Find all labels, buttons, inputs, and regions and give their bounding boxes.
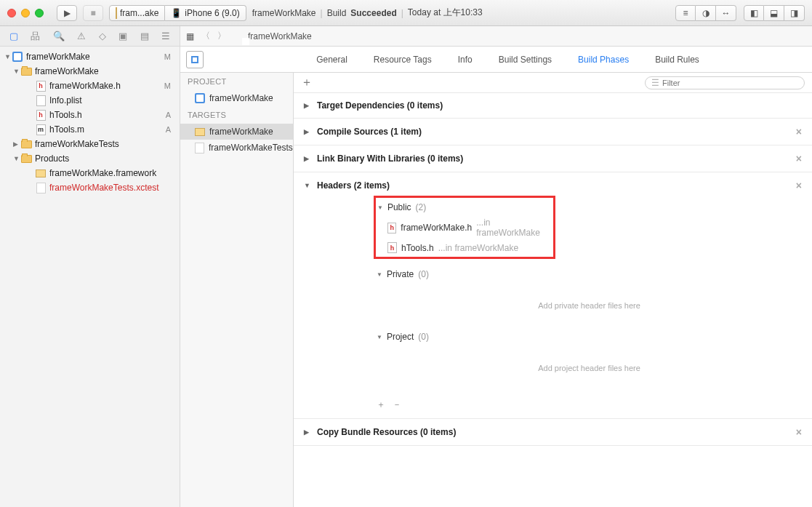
editor-area: ▦ 〈 〉 frameWorkMake General Resource Tag… [180,26,812,507]
tree-group[interactable]: ▼Products [0,151,180,166]
status-build-result: Succeeded [350,8,396,18]
test-navigator-icon[interactable]: ◇ [99,31,106,41]
private-drop-zone[interactable]: Add private header files here [377,282,802,329]
phase-headers: ▼Headers (2 items)× ▼Public(2) hframeWor… [294,172,812,419]
header-row[interactable]: hframeWorkMake.h...in frameWorkMake [377,215,552,240]
target-row[interactable]: frameWorkMakeTests [180,140,293,156]
editor-standard-button[interactable]: ≡ [675,5,696,21]
tree-file[interactable]: hframeWorkMake.hM [0,79,180,93]
tab-general[interactable]: General [316,55,347,65]
header-row[interactable]: hhTools.h...in frameWorkMake [377,240,552,255]
tab-build-phases[interactable]: Build Phases [578,55,629,65]
toggle-utilities-button[interactable]: ◨ [784,5,805,21]
toggle-debug-button[interactable]: ⬓ [764,5,784,21]
framework-icon [195,128,205,136]
phase-link-binary[interactable]: ▶Link Binary With Libraries (0 items)× [294,145,812,172]
tab-info[interactable]: Info [458,55,473,65]
tab-resource-tags[interactable]: Resource Tags [374,55,432,65]
filter-field[interactable]: ☰ [645,76,805,89]
phase-compile-sources[interactable]: ▶Compile Sources (1 item)× [294,119,812,145]
tab-build-rules[interactable]: Build Rules [655,55,699,65]
status-build-label: Build [327,8,347,18]
project-tree[interactable]: ▼frameWorkMakeM ▼frameWorkMake hframeWor… [0,47,180,507]
related-items-icon[interactable]: ▦ [186,31,194,41]
highlight-annotation: ▼Public(2) hframeWorkMake.h...in frameWo… [374,196,555,259]
project-tabs: General Resource Tags Info Build Setting… [204,55,812,65]
device-name: iPhone 6 (9.0) [185,8,239,18]
scheme-selector[interactable]: fram...ake 📱iPhone 6 (9.0) [109,5,246,21]
remove-phase-button[interactable]: × [796,153,802,164]
project-row[interactable]: frameWorkMake [180,90,293,106]
tree-file-missing[interactable]: frameWorkMakeTests.xctest [0,180,180,195]
run-button[interactable]: ▶ [57,5,77,21]
editor-assistant-button[interactable]: ◑ [696,5,716,21]
project-editor-header: General Resource Tags Info Build Setting… [180,47,812,73]
phase-target-dependencies[interactable]: ▶Target Dependencies (0 items) [294,93,812,119]
close-window-button[interactable] [7,9,16,17]
tree-project-root[interactable]: ▼frameWorkMakeM [0,49,180,64]
debug-navigator-icon[interactable]: ▣ [118,31,127,41]
filter-input[interactable] [662,79,798,87]
stop-button[interactable]: ■ [83,5,103,21]
jump-bar[interactable]: ▦ 〈 〉 frameWorkMake [180,26,812,47]
navigator-tabs[interactable]: ▢ 品 🔍 ⚠ ◇ ▣ ▤ ☰ [0,26,180,47]
project-icon [195,93,205,103]
headers-private-group[interactable]: ▼Private(0) [377,266,802,282]
back-button[interactable]: 〈 [201,30,210,42]
remove-header-button[interactable]: － [393,399,401,411]
symbol-navigator-icon[interactable]: 品 [31,30,40,43]
target-row[interactable]: frameWorkMake [180,124,293,140]
tree-file[interactable]: hhTools.hA [0,108,180,122]
headers-public-group[interactable]: ▼Public(2) [377,199,552,215]
project-drop-zone[interactable]: Add project header files here [377,345,802,391]
project-editor-split: PROJECT frameWorkMake TARGETS frameWorkM… [180,73,812,507]
project-navigator-icon[interactable]: ▢ [9,31,18,41]
minimize-window-button[interactable] [21,9,30,17]
report-navigator-icon[interactable]: ☰ [161,31,170,41]
status-time: Today at 上午10:33 [408,7,483,19]
activity-status: frameWorkMake| Build Succeeded| Today at… [252,7,483,19]
tree-group[interactable]: ▶frameWorkMakeTests [0,137,180,151]
find-navigator-icon[interactable]: 🔍 [53,31,65,41]
forward-button[interactable]: 〉 [217,30,226,42]
scheme-name: fram...ake [120,8,158,18]
remove-phase-button[interactable]: × [796,126,802,137]
phases-toolbar: ＋ ☰ [294,73,812,93]
filter-icon: ☰ [651,78,659,88]
navigator-panel: ▢ 品 🔍 ⚠ ◇ ▣ ▤ ☰ ▼frameWorkMakeM ▼frameWo… [0,26,180,507]
issue-navigator-icon[interactable]: ⚠ [77,31,86,41]
status-project: frameWorkMake [252,8,316,18]
titlebar: ▶ ■ fram...ake 📱iPhone 6 (9.0) frameWork… [0,0,812,26]
build-phases-editor: ＋ ☰ ▶Target Dependencies (0 items) ▶Comp… [294,73,812,507]
section-targets: TARGETS [180,106,293,124]
section-project: PROJECT [180,73,293,90]
tree-file[interactable]: frameWorkMake.framework [0,166,180,180]
tab-build-settings[interactable]: Build Settings [499,55,552,65]
header-file-icon: h [387,242,397,253]
breakpoint-navigator-icon[interactable]: ▤ [140,31,149,41]
window-controls [7,9,44,17]
toolbar-right: ≡ ◑ ↔ ◧ ⬓ ◨ [675,5,805,21]
add-phase-button[interactable]: ＋ [301,75,313,90]
headers-project-group[interactable]: ▼Project(0) [377,329,802,345]
editor-version-button[interactable]: ↔ [716,5,736,21]
header-file-icon: h [387,223,396,233]
tree-file[interactable]: mhTools.mA [0,122,180,137]
toggle-targets-list-button[interactable] [186,51,204,68]
project-targets-list: PROJECT frameWorkMake TARGETS frameWorkM… [180,73,294,507]
phase-copy-bundle[interactable]: ▶Copy Bundle Resources (0 items)× [294,419,812,446]
remove-phase-button[interactable]: × [796,426,802,438]
tree-file[interactable]: Info.plist [0,93,180,108]
tree-group[interactable]: ▼frameWorkMake [0,64,180,79]
zoom-window-button[interactable] [35,9,44,17]
add-header-button[interactable]: ＋ [377,399,385,411]
jump-bar-item[interactable]: frameWorkMake [248,31,312,41]
workspace: ▢ 品 🔍 ⚠ ◇ ▣ ▤ ☰ ▼frameWorkMakeM ▼frameWo… [0,26,812,507]
toggle-navigator-button[interactable]: ◧ [744,5,764,21]
phase-headers-toggle[interactable]: ▼Headers (2 items)× [304,180,802,191]
remove-phase-button[interactable]: × [796,180,802,191]
test-bundle-icon [195,143,204,153]
